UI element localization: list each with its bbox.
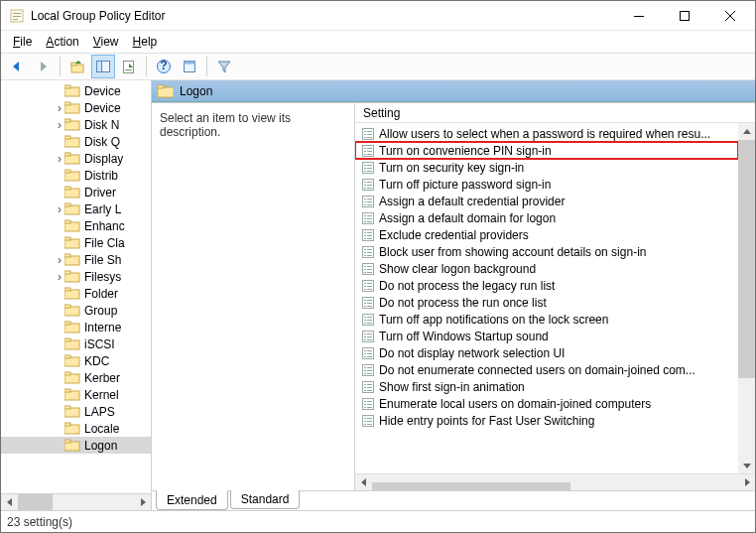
tree-item[interactable]: Kernel xyxy=(1,386,151,403)
tree-item[interactable]: Interne xyxy=(1,319,151,335)
tree-item[interactable]: Logon xyxy=(1,437,151,454)
nav-forward-button[interactable] xyxy=(31,55,55,78)
expand-icon[interactable]: › xyxy=(55,202,64,216)
svg-rect-165 xyxy=(364,370,366,371)
scroll-down-arrow[interactable] xyxy=(738,457,755,473)
svg-rect-41 xyxy=(64,271,70,274)
setting-row[interactable]: Hide entry points for Fast User Switchin… xyxy=(355,412,738,429)
scroll-left-arrow[interactable] xyxy=(355,474,372,491)
setting-row[interactable]: Enumerate local users on domain-joined c… xyxy=(355,395,738,412)
column-header-setting[interactable]: Setting xyxy=(355,103,755,123)
scroll-right-arrow[interactable] xyxy=(738,474,755,491)
list-vscrollbar[interactable] xyxy=(738,123,755,473)
svg-rect-137 xyxy=(364,303,366,304)
up-one-level-button[interactable] xyxy=(65,55,89,78)
tab-extended[interactable]: Extended xyxy=(156,490,228,510)
nav-back-button[interactable] xyxy=(5,55,29,78)
setting-row[interactable]: Turn on convenience PIN sign-in xyxy=(355,142,738,159)
svg-rect-33 xyxy=(64,203,70,206)
svg-rect-74 xyxy=(364,151,366,152)
expand-icon[interactable]: › xyxy=(55,253,64,267)
tree-item[interactable]: Enhanc xyxy=(1,217,151,234)
tree-item[interactable]: ›Display xyxy=(1,150,151,167)
menu-help[interactable]: Help xyxy=(127,33,164,51)
svg-rect-68 xyxy=(367,134,372,135)
tree-item[interactable]: Driver xyxy=(1,184,151,200)
show-hide-tree-button[interactable] xyxy=(91,55,115,78)
filter-button[interactable] xyxy=(212,55,236,78)
tree-item[interactable]: ›Disk N xyxy=(1,116,151,133)
scroll-up-arrow[interactable] xyxy=(738,123,755,140)
tree-item[interactable]: Folder xyxy=(1,285,151,302)
svg-rect-152 xyxy=(367,336,372,337)
setting-row[interactable]: Do not process the legacy run list xyxy=(355,277,738,294)
tree-item-label: Device xyxy=(84,101,121,115)
tree-item-label: Distrib xyxy=(84,169,118,183)
setting-row[interactable]: Block user from showing account details … xyxy=(355,243,738,260)
close-button[interactable] xyxy=(707,2,753,30)
tree-item[interactable]: Device xyxy=(1,82,151,99)
svg-rect-140 xyxy=(367,306,372,307)
setting-row[interactable]: Turn off Windows Startup sound xyxy=(355,328,738,344)
tree-item[interactable]: Locale xyxy=(1,420,151,437)
scroll-thumb[interactable] xyxy=(372,482,570,490)
menubar: File Action View Help xyxy=(1,31,755,53)
tab-standard[interactable]: Standard xyxy=(230,490,301,509)
setting-row[interactable]: Show clear logon background xyxy=(355,260,738,277)
tree-item[interactable]: KDC xyxy=(1,352,151,369)
tree-item-label: File Cla xyxy=(84,236,125,250)
policy-icon xyxy=(361,161,375,175)
tree-item-label: Kerber xyxy=(84,371,120,385)
tree-item[interactable]: Kerber xyxy=(1,369,151,386)
expand-icon[interactable]: › xyxy=(55,152,64,166)
setting-row[interactable]: Do not process the run once list xyxy=(355,294,738,311)
export-list-button[interactable] xyxy=(117,55,141,78)
menu-view[interactable]: View xyxy=(87,33,125,51)
minimize-button[interactable] xyxy=(616,2,662,30)
settings-list[interactable]: Allow users to select when a password is… xyxy=(355,123,738,473)
tree-hscrollbar[interactable] xyxy=(1,493,151,510)
folder-icon xyxy=(64,152,80,165)
tree-item[interactable]: File Cla xyxy=(1,234,151,251)
scroll-right-arrow[interactable] xyxy=(134,494,151,511)
folder-icon xyxy=(64,219,80,232)
svg-rect-151 xyxy=(364,336,366,337)
tree-item[interactable]: Disk Q xyxy=(1,133,151,150)
setting-row[interactable]: Do not enumerate connected users on doma… xyxy=(355,361,738,378)
scroll-thumb[interactable] xyxy=(738,140,755,378)
expand-icon[interactable]: › xyxy=(55,118,64,132)
svg-rect-25 xyxy=(64,136,70,139)
help-button[interactable]: ? xyxy=(152,55,176,78)
svg-rect-126 xyxy=(367,272,372,273)
tree-item[interactable]: LAPS xyxy=(1,403,151,420)
list-hscrollbar[interactable] xyxy=(355,473,755,490)
scroll-thumb[interactable] xyxy=(18,494,53,511)
tree-item[interactable]: ›Filesys xyxy=(1,268,151,285)
tree-item[interactable]: iSCSI xyxy=(1,335,151,352)
maximize-button[interactable] xyxy=(662,2,707,30)
setting-row[interactable]: Assign a default credential provider xyxy=(355,193,738,209)
expand-icon[interactable]: › xyxy=(55,101,64,115)
folder-icon xyxy=(64,270,80,283)
setting-row[interactable]: Turn off picture password sign-in xyxy=(355,176,738,193)
svg-rect-82 xyxy=(367,168,372,169)
expand-icon[interactable]: › xyxy=(55,270,64,284)
setting-row[interactable]: Exclude credential providers xyxy=(355,226,738,243)
setting-row[interactable]: Assign a default domain for logon xyxy=(355,209,738,226)
setting-row[interactable]: Turn on security key sign-in xyxy=(355,159,738,176)
menu-file[interactable]: File xyxy=(7,33,38,51)
tree-item[interactable]: ›Early L xyxy=(1,200,151,217)
tree-item[interactable]: Distrib xyxy=(1,167,151,184)
properties-button[interactable] xyxy=(178,55,201,78)
tree-item[interactable]: ›Device xyxy=(1,99,151,116)
setting-row[interactable]: Do not display network selection UI xyxy=(355,344,738,361)
setting-row[interactable]: Turn off app notifications on the lock s… xyxy=(355,311,738,328)
tree-item[interactable]: ›File Sh xyxy=(1,251,151,268)
setting-row[interactable]: Show first sign-in animation xyxy=(355,378,738,395)
tree-view[interactable]: Device›Device›Disk NDisk Q›DisplayDistri… xyxy=(1,80,151,493)
tree-item-label: Group xyxy=(84,304,117,318)
setting-row[interactable]: Allow users to select when a password is… xyxy=(355,125,738,142)
scroll-left-arrow[interactable] xyxy=(1,494,18,511)
tree-item[interactable]: Group xyxy=(1,302,151,319)
menu-action[interactable]: Action xyxy=(40,33,84,51)
